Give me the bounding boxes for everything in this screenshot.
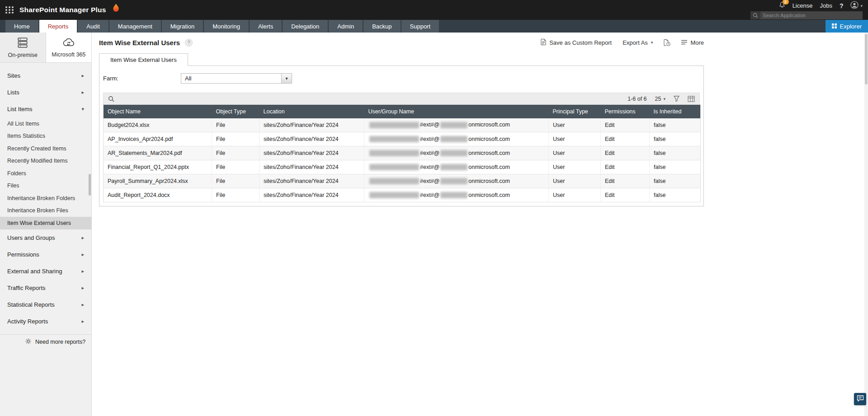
window-scrollbar[interactable] [864,33,868,416]
sidebar-item-traffic-reports[interactable]: Traffic Reports ▸ [0,280,91,296]
chat-icon [857,395,864,404]
tab-item-wise-external-users[interactable]: Item Wise External Users [99,53,188,66]
sidebar-item-item-wise-external-users[interactable]: Item Wise External Users [0,217,91,229]
sidebar-item-recently-modified-items[interactable]: Recently Modified Items [0,155,91,168]
sidebar-item-statistical-reports[interactable]: Statistical Reports ▸ [0,296,91,313]
tab-support[interactable]: Support [401,20,439,33]
page-size-select[interactable]: 25 ▾ [655,96,665,102]
sidebar-item-external-and-sharing[interactable]: External and Sharing ▸ [0,263,91,280]
support-chat-button[interactable] [854,393,866,405]
column-header[interactable]: Principal Type [549,105,601,118]
cell-user-group-name: #ext#@onmicrosoft.com [364,174,549,188]
redacted-user-name [369,164,419,170]
column-header[interactable]: User/Group Name [364,105,549,118]
column-chooser-icon[interactable] [688,96,695,102]
report-panel: Farm: All ▾ 1-6 of 6 25 ▾ [99,65,704,206]
jobs-link[interactable]: Jobs [820,2,832,9]
schedule-report-icon[interactable] [664,39,670,46]
user-menu[interactable]: ▾ [850,1,863,11]
sidebar-item-inheritance-broken-files[interactable]: Inheritance Broken Files [0,205,91,217]
window-scrollbar-handle[interactable] [865,34,868,84]
caret-icon: ▸ [81,268,84,274]
tab-audit[interactable]: Audit [78,20,108,33]
notifications-button[interactable]: 2 [779,1,785,10]
tab-migration[interactable]: Migration [162,20,203,33]
column-header[interactable]: Is Inherited [650,105,701,118]
tab-backup[interactable]: Backup [363,20,400,33]
logo-group: SharePoint Manager Plus [5,6,119,14]
column-header[interactable]: Object Name [104,105,212,118]
source-on-premise[interactable]: On-premise [0,33,46,62]
cell-is-inherited: false [650,132,701,146]
cell-permissions: Edit [601,146,650,160]
sidebar-item-inheritance-broken-folders[interactable]: Inheritance Broken Folders [0,192,91,205]
source-switcher: On-premise Microsoft 365 [0,33,91,63]
tab-delegation[interactable]: Delegation [283,20,328,33]
filter-icon[interactable] [674,96,679,102]
column-header[interactable]: Permissions [601,105,650,118]
table-row: Payroll_Summary_Apr2024.xlsx File sites/… [104,174,701,188]
cell-principal-type: User [549,174,601,188]
sidebar-item-sites[interactable]: Sites ▸ [0,67,91,84]
license-link[interactable]: License [793,2,813,9]
cell-user-group-name: #ext#@onmicrosoft.com [364,132,549,146]
tab-home[interactable]: Home [5,20,38,33]
chevron-down-icon: ▾ [651,40,653,45]
search-icon [750,11,760,19]
cell-principal-type: User [549,118,601,132]
search-input[interactable] [760,13,863,18]
cell-location: sites/Zoho/Finance/Year 2024 [259,146,364,160]
page-help-icon[interactable]: ? [185,39,193,47]
grid-search-icon[interactable] [108,96,114,102]
cell-object-type: File [212,160,259,174]
flame-logo-icon [113,4,119,14]
sidebar-scrollbar[interactable] [89,174,91,196]
export-as-button[interactable]: Export As ▾ [623,39,653,46]
redacted-user-name [369,122,419,128]
top-bar: SharePoint Manager Plus 2 License Jobs ?… [0,0,868,20]
sidebar-item-users-and-groups[interactable]: Users and Groups ▸ [0,229,91,246]
report-menu: Sites ▸ Lists ▸ List Items ▾ All List It… [0,63,91,330]
sidebar-item-items-statistics[interactable]: Items Statistics [0,130,91,143]
cell-object-name: Financial_Report_Q1_2024.pptx [104,160,212,174]
sidebar-item-list-items[interactable]: List Items ▾ [0,101,91,117]
cell-object-name: Payroll_Summary_Apr2024.xlsx [104,174,212,188]
caret-icon: ▸ [81,318,84,324]
tab-monitoring[interactable]: Monitoring [204,20,249,33]
apps-grid-icon[interactable] [5,6,14,14]
source-microsoft-365[interactable]: Microsoft 365 [46,33,92,62]
farm-select-chevron[interactable]: ▾ [282,73,292,84]
sidebar-item-folders[interactable]: Folders [0,167,91,180]
cell-location: sites/Zoho/Finance/Year 2024 [259,174,364,188]
sidebar-item-files[interactable]: Files [0,180,91,192]
cell-is-inherited: false [650,160,701,174]
tab-alerts[interactable]: Alerts [250,20,282,33]
sidebar-item-lists[interactable]: Lists ▸ [0,84,91,101]
chevron-down-icon: ▾ [663,97,665,101]
farm-select[interactable]: All [181,73,282,84]
cell-is-inherited: false [650,146,701,160]
sidebar-item-permissions[interactable]: Permissions ▸ [0,246,91,263]
cell-principal-type: User [549,188,601,202]
help-icon[interactable]: ? [840,2,844,9]
tab-admin[interactable]: Admin [329,20,363,33]
save-as-custom-report-button[interactable]: Save as Custom Report [541,39,612,47]
redacted-user-name [369,178,419,184]
more-button[interactable]: More [681,39,704,46]
sidebar-item-recently-created-items[interactable]: Recently Created Items [0,142,91,155]
column-header[interactable]: Object Type [212,105,259,118]
caret-icon: ▸ [81,252,84,257]
cell-location: sites/Zoho/Finance/Year 2024 [259,160,364,174]
grid-toolbar: 1-6 of 6 25 ▾ [103,93,700,104]
cell-object-type: File [212,188,259,202]
caret-icon: ▸ [81,302,84,308]
sidebar-item-activity-reports[interactable]: Activity Reports ▸ [0,313,91,330]
redacted-tenant-name [440,122,467,128]
tab-reports[interactable]: Reports [39,20,77,33]
column-header[interactable]: Location [259,105,364,118]
explorer-button[interactable]: Explorer [826,20,868,33]
need-more-reports-link[interactable]: Need more reports? [0,334,91,350]
sidebar-item-all-list-items[interactable]: All List Items [0,117,91,130]
tab-management[interactable]: Management [109,20,161,33]
nav-tabs: Home Reports Audit Management Migration … [5,20,440,33]
